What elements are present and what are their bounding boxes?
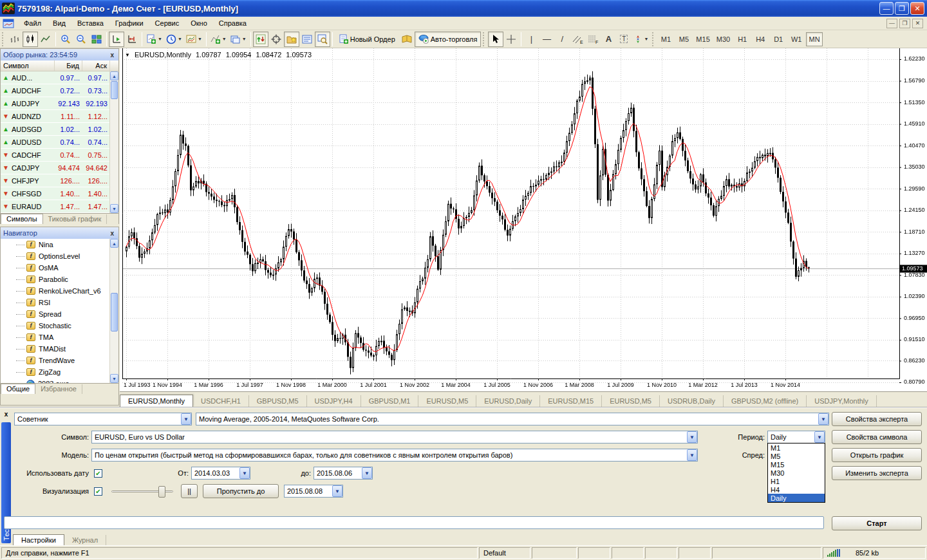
chart-tab-EURUSD,Daily[interactable]: EURUSD,Daily — [476, 395, 540, 407]
periods-button[interactable]: ▼ — [164, 32, 184, 47]
skip-date-field[interactable]: 2015.08.08 ▼ — [284, 485, 343, 498]
navigator-item-TMADist[interactable]: fTMADist — [1, 343, 118, 355]
market-watch-row[interactable]: ▼CADJPY94.47494.642 — [1, 162, 118, 174]
navigator-item-RSI[interactable]: fRSI — [1, 297, 118, 308]
chart-tab-EURUSD,M5[interactable]: EURUSD,M5 — [602, 395, 660, 407]
timeframe-M15[interactable]: M15 — [693, 32, 712, 46]
timeframe-H4[interactable]: H4 — [752, 32, 769, 46]
chevron-down-icon[interactable]: ▼ — [332, 485, 342, 497]
crosshair-tool-icon[interactable] — [503, 32, 519, 47]
legend-collapse-icon[interactable]: ▼ — [125, 52, 130, 58]
navigator-item-Spread[interactable]: fSpread — [1, 308, 118, 320]
navigator-item-TMA[interactable]: fTMA — [1, 331, 118, 343]
tester-tab-Журнал[interactable]: Журнал — [64, 535, 106, 546]
chevron-down-icon[interactable]: ▼ — [239, 467, 250, 479]
navigator-item-Nina[interactable]: fNina — [1, 239, 118, 250]
period-option-M30[interactable]: M30 — [768, 469, 825, 477]
column-ask[interactable]: Аск — [82, 61, 110, 71]
period-option-M5[interactable]: M5 — [768, 452, 825, 460]
market-watch-row[interactable]: ▼CADCHF0.74...0.75... — [1, 149, 118, 162]
candlestick-chart-icon[interactable] — [23, 32, 38, 47]
indicators-button[interactable]: ▼ — [209, 32, 229, 47]
new-order-button[interactable]: Новый Ордер — [335, 32, 399, 47]
navigator-item-2083 еще...[interactable]: 2083 еще... — [1, 378, 118, 383]
horizontal-line-tool-icon[interactable]: — — [539, 32, 554, 47]
period-option-Daily[interactable]: Daily — [768, 494, 825, 502]
menu-Справка[interactable]: Справка — [213, 18, 252, 28]
text-label-tool-icon[interactable]: T — [616, 32, 632, 47]
close-button[interactable]: ✕ — [910, 2, 924, 15]
chevron-down-icon[interactable]: ▼ — [362, 467, 372, 479]
chart-tab-GBPUSD,M2 (offline)[interactable]: GBPUSD,M2 (offline) — [724, 395, 807, 407]
auto-scroll-icon[interactable] — [109, 32, 124, 47]
toolbar-grip[interactable] — [483, 32, 486, 46]
toolbar-grip[interactable] — [2, 32, 5, 46]
start-button[interactable]: Старт — [832, 516, 922, 530]
tab-Символы[interactable]: Символы — [1, 214, 43, 224]
profiles-button[interactable]: ▼ — [229, 32, 248, 47]
child-restore-button[interactable]: ❐ — [899, 19, 910, 28]
chevron-down-icon[interactable]: ▼ — [687, 431, 697, 443]
navigator-item-TrendWave[interactable]: fTrendWave — [1, 355, 118, 366]
tester-expert-select[interactable]: Moving Average, 2005-2014, MetaQuotes So… — [196, 413, 829, 425]
menu-Сервис[interactable]: Сервис — [149, 18, 185, 28]
chart-tab-USDCHF,H1[interactable]: USDCHF,H1 — [193, 395, 249, 407]
menu-Окно[interactable]: Окно — [185, 18, 213, 28]
scroll-up-icon[interactable]: ▲ — [110, 71, 118, 80]
favorites-icon[interactable] — [284, 32, 299, 47]
market-watch-row[interactable]: ▲AUDSGD1.02...1.02... — [1, 123, 118, 136]
chart-tab-GBPUSD,M1[interactable]: GBPUSD,M1 — [361, 395, 419, 407]
templates-button[interactable]: ▼ — [184, 32, 204, 47]
period-option-M15[interactable]: M15 — [768, 460, 825, 469]
zoom-in-icon[interactable] — [58, 32, 73, 47]
menu-Графики[interactable]: Графики — [109, 18, 149, 28]
line-chart-icon[interactable] — [38, 32, 53, 47]
new-chart-button[interactable]: ▼ — [144, 32, 164, 47]
visualization-speed-slider[interactable] — [111, 490, 173, 492]
column-bid[interactable]: Бид — [55, 61, 82, 71]
market-watch-scrollbar[interactable]: ▲ ▼ — [109, 71, 118, 213]
terminal-icon[interactable] — [299, 32, 315, 47]
text-tool-icon[interactable]: A — [601, 32, 616, 47]
timeframe-W1[interactable]: W1 — [788, 32, 805, 46]
tester-period-select[interactable]: Daily ▼ — [767, 431, 825, 443]
period-option-M1[interactable]: M1 — [768, 443, 825, 452]
skip-to-button[interactable]: Пропустить до — [203, 484, 279, 498]
navigator-close-icon[interactable]: x — [108, 230, 116, 237]
use-date-checkbox[interactable]: ✔ — [94, 469, 102, 478]
chevron-down-icon[interactable]: ▼ — [818, 413, 829, 425]
timeframe-H1[interactable]: H1 — [734, 32, 751, 46]
chevron-down-icon[interactable]: ▼ — [181, 413, 191, 425]
timeframe-M1[interactable]: M1 — [657, 32, 674, 46]
chart-tab-USDRUB,Daily[interactable]: USDRUB,Daily — [660, 395, 724, 407]
open-chart-button[interactable]: Открыть график — [832, 448, 922, 462]
child-minimize-button[interactable]: — — [886, 19, 897, 28]
market-watch-row[interactable]: ▼CHFJPY126....126.... — [1, 174, 118, 187]
from-date-field[interactable]: 2014.03.03 ▼ — [191, 467, 250, 480]
timeframe-M5[interactable]: M5 — [675, 32, 692, 46]
fibonacci-tool-icon[interactable]: F — [585, 32, 601, 47]
toolbar-grip[interactable] — [652, 32, 655, 46]
symbol-properties-button[interactable]: Свойства символа — [832, 430, 922, 444]
tab-Избранное[interactable]: Избранное — [35, 384, 82, 394]
arrows-tool-button[interactable]: ▼ — [632, 32, 650, 47]
timeframe-MN[interactable]: MN — [806, 32, 823, 46]
chart-tab-EURUSD,M5[interactable]: EURUSD,M5 — [418, 395, 476, 407]
tester-tab-Настройки[interactable]: Настройки — [13, 534, 64, 546]
navigator-item-OptionsLevel[interactable]: fOptionsLevel — [1, 250, 118, 262]
chevron-down-icon[interactable]: ▼ — [814, 431, 825, 443]
tester-model-select[interactable]: По ценам открытия (быстрый метод на сфор… — [91, 449, 698, 462]
chart-tab-EURUSD,Monthly[interactable]: EURUSD,Monthly — [120, 395, 193, 407]
navigator-item-Stochastic[interactable]: fStochastic — [1, 320, 118, 331]
navigator-item-RenkoLiveChart_v6[interactable]: fRenkoLiveChart_v6 — [1, 285, 118, 297]
visualization-checkbox[interactable]: ✔ — [94, 487, 102, 496]
tester-symbol-select[interactable]: EURUSD, Euro vs US Dollar ▼ — [91, 431, 698, 443]
chart-tab-USDJPY,Monthly[interactable]: USDJPY,Monthly — [807, 395, 877, 407]
price-chart-canvas[interactable] — [120, 48, 927, 391]
scroll-down-icon[interactable]: ▼ — [110, 374, 118, 383]
column-symbol[interactable]: Символ — [1, 61, 55, 71]
market-watch-row[interactable]: ▼AUDNZD1.11...1.12... — [1, 110, 118, 123]
cursor-tool-icon[interactable] — [488, 32, 503, 47]
scroll-up-icon[interactable]: ▲ — [110, 239, 118, 248]
to-date-field[interactable]: 2015.08.06 ▼ — [314, 467, 373, 480]
